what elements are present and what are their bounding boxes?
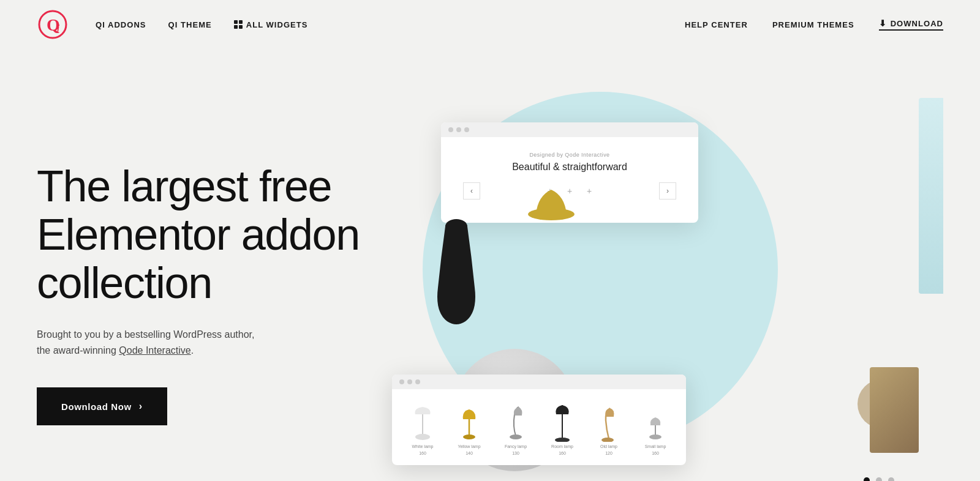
pagination-dots <box>864 477 894 481</box>
product-item-room-lamp: Room lamp 160 <box>541 399 583 455</box>
hat-shape <box>527 184 576 223</box>
product-name-1: Yellow lamp <box>458 444 480 449</box>
lamp-img-yellow <box>448 399 490 442</box>
blue-frame-strip <box>919 98 943 294</box>
lamp-img-old <box>588 399 630 442</box>
hero-subtitle: Brought to you by a bestselling WordPres… <box>37 327 294 358</box>
product-price-2: 130 <box>512 451 519 455</box>
product-grid-container: White lamp 160 Yellow lamp <box>392 389 686 465</box>
product-name-3: Room lamp <box>551 444 573 449</box>
product-item-fancy-lamp: Fancy lamp 130 <box>495 399 537 455</box>
product-price-4: 120 <box>605 451 612 455</box>
download-now-button[interactable]: Download Now › <box>37 387 167 425</box>
browser-prev-arrow[interactable]: ‹ <box>463 182 480 199</box>
product-name-2: Fancy lamp <box>505 444 527 449</box>
hero-subtitle-period: . <box>191 345 194 356</box>
browser-dot-2 <box>456 127 461 132</box>
browser-dot-1 <box>448 127 453 132</box>
browser-bar-lower <box>392 375 686 389</box>
pagination-dot-3[interactable] <box>888 477 894 481</box>
qode-interactive-link[interactable]: Qode Interactive <box>119 345 190 356</box>
dark-vase <box>429 208 484 333</box>
logo[interactable]: Q i <box>37 7 71 42</box>
hero-content: The largest free Elementor addon collect… <box>37 162 392 426</box>
svg-point-8 <box>463 434 475 439</box>
product-item-old-lamp: Old lamp 120 <box>588 399 630 455</box>
product-grid: White lamp 160 Yellow lamp <box>402 399 676 455</box>
navbar: Q i QI ADDONS QI THEME ALL WIDGETS HELP … <box>0 0 980 49</box>
product-item-small-lamp: Small lamp 160 <box>635 399 676 455</box>
gold-frame-piece <box>870 367 919 453</box>
lamp-img-small <box>635 399 676 442</box>
nav-link-download[interactable]: ⬇ DOWNLOAD <box>879 18 943 31</box>
pagination-dot-2[interactable] <box>876 477 882 481</box>
svg-point-11 <box>555 438 570 442</box>
product-price-5: 160 <box>652 451 659 455</box>
product-item-white-lamp: White lamp 160 <box>402 399 443 455</box>
browser-dot-l3 <box>415 379 420 384</box>
browser-dot-l1 <box>399 379 404 384</box>
svg-point-12 <box>601 438 614 442</box>
product-name-5: Small lamp <box>645 444 666 449</box>
product-price-1: 140 <box>466 451 473 455</box>
arrow-icon: › <box>139 401 143 412</box>
nav-link-qi-theme[interactable]: QI THEME <box>168 20 212 29</box>
svg-point-14 <box>649 434 662 439</box>
product-name-0: White lamp <box>412 444 433 449</box>
hero-section: The largest free Elementor addon collect… <box>0 49 980 481</box>
nav-link-qi-addons[interactable]: QI ADDONS <box>96 20 146 29</box>
browser-bar-upper <box>441 122 698 137</box>
hero-illustration: Designed by Qode Interactive Beautiful &… <box>392 86 943 481</box>
lamp-img-white <box>402 399 443 442</box>
lamp-img-room <box>541 399 583 442</box>
hero-title: The largest free Elementor addon collect… <box>37 162 392 308</box>
svg-point-9 <box>510 434 522 439</box>
browser-dot-l2 <box>407 379 412 384</box>
product-price-0: 160 <box>419 451 426 455</box>
download-icon: ⬇ <box>879 18 887 28</box>
plus-icon-3: + <box>587 186 592 196</box>
nav-link-all-widgets[interactable]: ALL WIDGETS <box>234 20 308 29</box>
browser-subtitle: Designed by Qode Interactive <box>529 152 609 158</box>
nav-link-help-center[interactable]: HELP CENTER <box>685 20 748 29</box>
nav-left: Q i QI ADDONS QI THEME ALL WIDGETS <box>37 7 307 42</box>
browser-headline: Beautiful & straightforward <box>512 162 627 173</box>
pagination-dot-1[interactable] <box>864 477 870 481</box>
lamp-img-fancy <box>495 399 537 442</box>
nav-right: HELP CENTER PREMIUM THEMES ⬇ DOWNLOAD <box>685 18 943 31</box>
browser-mockup-lower: White lamp 160 Yellow lamp <box>392 375 686 465</box>
product-name-4: Old lamp <box>600 444 617 449</box>
svg-point-6 <box>415 434 430 440</box>
browser-next-arrow[interactable]: › <box>659 182 676 199</box>
grid-icon <box>234 20 243 29</box>
svg-text:i: i <box>56 22 60 35</box>
nav-link-premium-themes[interactable]: PREMIUM THEMES <box>772 20 854 29</box>
nav-links-left: QI ADDONS QI THEME ALL WIDGETS <box>96 20 307 29</box>
product-item-yellow-lamp: Yellow lamp 140 <box>448 399 490 455</box>
product-price-3: 160 <box>559 451 566 455</box>
browser-dot-3 <box>464 127 469 132</box>
